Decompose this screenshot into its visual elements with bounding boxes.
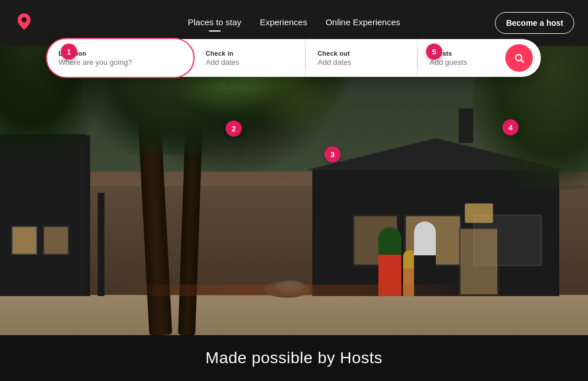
- badge-2: 2: [226, 120, 242, 137]
- checkin-field[interactable]: Check in Add dates: [194, 39, 305, 77]
- search-icon: [514, 53, 524, 63]
- badge-3: 3: [324, 146, 341, 162]
- bottom-bar: Made possible by Hosts: [0, 335, 588, 381]
- checkout-label: Check out: [318, 50, 405, 57]
- become-host-button[interactable]: Become a host: [495, 12, 574, 34]
- checkin-value: Add dates: [206, 58, 293, 67]
- location-value: Where are you going?: [59, 58, 181, 67]
- search-button[interactable]: [505, 44, 533, 72]
- logo: [14, 13, 34, 33]
- main-nav: Places to stay Experiences Online Experi…: [188, 17, 400, 29]
- nav-places-to-stay[interactable]: Places to stay: [188, 17, 241, 29]
- badge-4: 4: [502, 119, 519, 135]
- svg-line-1: [521, 60, 523, 62]
- hero-tagline: Made possible by Hosts: [206, 349, 382, 367]
- nav-experiences[interactable]: Experiences: [260, 17, 307, 29]
- guests-value: Add guests: [430, 58, 501, 67]
- checkout-field[interactable]: Check out Add dates: [306, 39, 417, 77]
- search-bar-wrapper: Location Where are you going? Check in A…: [47, 39, 541, 77]
- checkout-value: Add dates: [318, 58, 405, 67]
- checkin-label: Check in: [206, 50, 293, 57]
- badge-1: 1: [61, 44, 77, 60]
- badge-5: 5: [426, 44, 442, 60]
- nav-online-experiences[interactable]: Online Experiences: [326, 17, 400, 29]
- search-bar: Location Where are you going? Check in A…: [47, 39, 541, 77]
- location-label: Location: [59, 50, 181, 57]
